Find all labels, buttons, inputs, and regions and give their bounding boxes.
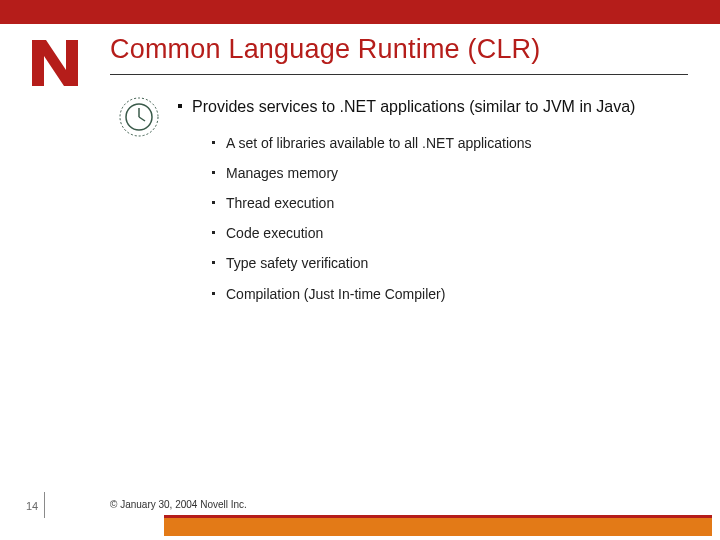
bullet-dot-icon [212, 171, 215, 174]
bullet-level2: Compilation (Just In-time Compiler) [212, 285, 698, 303]
bullet-level2-text: A set of libraries available to all .NET… [226, 135, 532, 151]
bullet-level2: Thread execution [212, 194, 698, 212]
bullet-level2-text: Type safety verification [226, 255, 368, 271]
n-letter-icon [28, 36, 82, 90]
bullet-level2-text: Manages memory [226, 165, 338, 181]
novell-logo [28, 36, 82, 90]
svg-line-3 [139, 117, 145, 121]
bullet-level2: Manages memory [212, 164, 698, 182]
page-number: 14 [26, 500, 38, 512]
bullet-level2: Code execution [212, 224, 698, 242]
bullet-dot-icon [212, 261, 215, 264]
page-number-divider [44, 492, 45, 518]
sub-bullets: A set of libraries available to all .NET… [212, 134, 698, 303]
bullet-level2: A set of libraries available to all .NET… [212, 134, 698, 152]
bullet-level2-text: Thread execution [226, 195, 334, 211]
bullet-level1-text: Provides services to .NET applications (… [192, 98, 635, 115]
footer-orange-band [164, 518, 712, 536]
title-underline [110, 74, 688, 75]
bullet-dot-icon [212, 231, 215, 234]
bullet-dot-icon [178, 104, 182, 108]
bullet-level1: Provides services to .NET applications (… [178, 96, 698, 118]
slide: Common Language Runtime (CLR) Provides s… [0, 0, 720, 540]
bullet-level2-text: Compilation (Just In-time Compiler) [226, 286, 445, 302]
slide-title: Common Language Runtime (CLR) [110, 34, 700, 65]
top-red-bar [0, 0, 720, 24]
bullet-dot-icon [212, 292, 215, 295]
clock-bullet-icon [118, 96, 160, 138]
bullet-level2-text: Code execution [226, 225, 323, 241]
copyright-text: © January 30, 2004 Novell Inc. [110, 499, 247, 510]
bullet-level2: Type safety verification [212, 254, 698, 272]
bullet-dot-icon [212, 141, 215, 144]
bullet-dot-icon [212, 201, 215, 204]
body-content: Provides services to .NET applications (… [178, 96, 698, 315]
